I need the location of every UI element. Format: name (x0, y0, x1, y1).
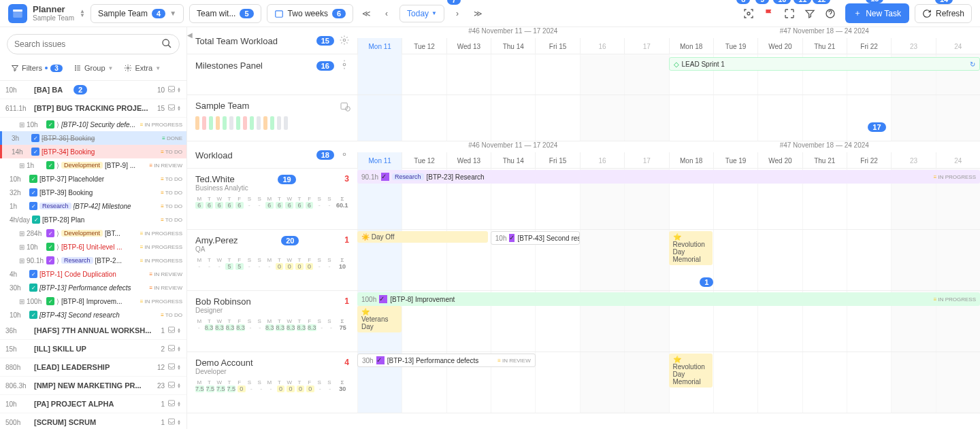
calendar-event[interactable]: ⭐ Veterans Day (357, 306, 402, 332)
date-cell[interactable]: Wed 20 (757, 38, 802, 54)
nav-prev[interactable]: ‹ (379, 6, 394, 21)
date-cell[interactable]: Thu 21 (802, 152, 847, 169)
task-bar[interactable]: 30h ✓ [BTP-13] Performance defects ≡IN R… (357, 354, 536, 367)
date-cell[interactable]: 16 (580, 38, 624, 54)
date-cell[interactable]: Wed 20 (757, 152, 802, 169)
sort-icon[interactable]: ▲▼ (177, 346, 181, 351)
nav-first[interactable]: ≪ (359, 6, 374, 21)
issue-item[interactable]: ⊞ 1h ✓ ⟩ Development [BTP-9] ... ≡IN REV… (0, 158, 186, 172)
extra-chip[interactable]: Extra ▼ (120, 61, 165, 75)
project-item[interactable]: 36h [HAFS] 7TH ANNUAL WORKSH... 1 ▲▼ (0, 322, 186, 340)
date-cell[interactable]: Tue 12 (402, 152, 446, 169)
inbox-icon[interactable] (167, 344, 176, 354)
nav-last[interactable]: ≫ (470, 6, 485, 21)
date-cell[interactable]: 17 (624, 152, 668, 169)
inbox-icon[interactable] (167, 399, 176, 409)
date-cell[interactable]: Thu 14 (491, 152, 535, 169)
new-task-button[interactable]: ＋ New Task (845, 3, 909, 23)
issue-item[interactable]: 30h ✓ [BTP-13] Performance defects ≡IN R… (0, 281, 186, 294)
date-cell[interactable]: Tue 19 (713, 152, 757, 169)
date-cell[interactable]: Thu 14 (491, 38, 535, 54)
team-select[interactable]: Sample Team 4 ▼ (91, 4, 184, 23)
flag-icon[interactable] (760, 4, 779, 23)
date-cell[interactable]: Fri 22 (847, 38, 891, 54)
date-cell[interactable]: Tue 12 (402, 38, 446, 54)
issue-item[interactable]: ⊞ 284h ✓ ⟩ Development [BT... ≡IN PROGRE… (0, 226, 186, 240)
range-select[interactable]: Two weeks 6 (267, 4, 353, 23)
person-name[interactable]: Bob Robinson (195, 296, 344, 307)
issue-item[interactable]: ⊞ 10h ✓ ⟩ [BTP-10] Security defe... ≡IN … (0, 118, 186, 131)
task-bar[interactable]: 10h ✓ [BTP-43] Second research ≡TO DO (491, 231, 580, 245)
date-cell[interactable]: 24 (936, 152, 980, 169)
inbox-icon[interactable] (167, 381, 176, 390)
date-cell[interactable]: Thu 21 (802, 38, 847, 54)
project-item[interactable]: 611.1h [BTP] BUG TRACKING PROJE... 15 ▲▼ (0, 99, 186, 118)
issue-item[interactable]: 14h ✓ [BTP-34] Booking ≡TO DO (0, 145, 186, 158)
refresh-icon[interactable]: ↻ (970, 61, 975, 68)
sort-icon[interactable]: ▲▼ (177, 328, 181, 333)
date-cell[interactable]: 23 (891, 152, 935, 169)
project-item[interactable]: 10h [BA] BA 10 ▲▼ 2 (0, 81, 186, 99)
issue-item[interactable]: 1h ✓ Research [BTP-42] Milestone ≡TO DO (0, 199, 186, 213)
date-cell[interactable]: 23 (891, 38, 935, 54)
calendar-config-icon[interactable] (340, 101, 350, 114)
issue-item[interactable]: 10h ✓ [BTP-37] Placeholder ≡TO DO (0, 172, 186, 186)
group-chip[interactable]: Group ▼ (69, 61, 118, 75)
issue-item[interactable]: ⊞ 90.1h ✓ ⟩ Research [BTP-2... ≡IN PROGR… (0, 254, 186, 267)
date-cell[interactable]: Wed 13 (446, 152, 491, 169)
inbox-icon[interactable] (167, 103, 176, 113)
search-box[interactable] (7, 34, 180, 54)
calendar-event[interactable]: ☀️ Day Off (357, 231, 488, 243)
filter-icon[interactable] (800, 4, 819, 23)
date-cell[interactable]: Mon 11 (357, 38, 402, 54)
date-cell[interactable]: 17 (624, 38, 668, 54)
refresh-button[interactable]: Refresh (915, 4, 972, 23)
inbox-icon[interactable] (167, 417, 176, 427)
issue-list[interactable]: 10h [BA] BA 10 ▲▼ 2 611.1h [BTP] BUG TRA… (0, 81, 186, 429)
inbox-icon[interactable] (167, 326, 176, 335)
date-cell[interactable]: Fri 22 (847, 152, 891, 169)
sort-icon[interactable]: ▲▼ (177, 419, 181, 425)
issue-item[interactable]: 10h ✓ [BTP-43] Second research ≡TO DO (0, 308, 186, 322)
person-name[interactable]: Amy.Perez 20 (195, 235, 344, 245)
calendar-event[interactable]: ⭐ Revolution Day Memorial (669, 231, 713, 265)
date-cell[interactable]: Mon 18 (669, 152, 713, 169)
issue-item[interactable]: ⊞ 10h ✓ ⟩ [BTP-6] Unit-level ... ≡IN PRO… (0, 240, 186, 254)
project-item[interactable]: 806.3h [NMP] NEW MARKETING PR... 23 ▲▼ (0, 377, 186, 395)
project-item[interactable]: 500h [SCRUM] SCRUM 1 ▲▼ (0, 413, 186, 429)
nav-next[interactable]: › (450, 6, 465, 21)
project-item[interactable]: 15h [ILL] SKILL UP 2 ▲▼ (0, 340, 186, 358)
date-cell[interactable]: Mon 11 (357, 152, 402, 169)
scan-icon[interactable] (739, 4, 758, 23)
date-cell[interactable]: Wed 13 (446, 38, 491, 54)
date-cell[interactable]: Fri 15 (535, 152, 579, 169)
sort-icon[interactable]: ▲▼ (177, 383, 181, 388)
person-name[interactable]: Ted.White 19 (195, 174, 344, 184)
issue-item[interactable]: ⊞ 100h ✓ ⟩ [BTP-8] Improvem... ≡IN PROGR… (0, 294, 186, 308)
project-item[interactable]: 10h [PA] PROJECT ALPHA 1 ▲▼ (0, 395, 186, 413)
date-cell[interactable]: 24 (936, 38, 980, 54)
filters-chip[interactable]: Filters 3 (7, 61, 67, 75)
gear-icon[interactable] (340, 60, 349, 71)
task-bar[interactable]: 100h ✓ [BTP-8] Improvement ≡IN PROGRESS (357, 292, 980, 306)
sort-icon[interactable]: ▲▼ (177, 364, 181, 370)
inbox-icon[interactable] (167, 362, 176, 372)
task-bar[interactable]: 90.1h ✓ Research [BTP-23] Research ≡IN P… (357, 170, 980, 184)
issue-item[interactable]: 32h ✓ [BTP-39] Booking ≡TO DO (0, 186, 186, 199)
search-input[interactable] (14, 39, 161, 49)
inbox-icon[interactable] (167, 85, 176, 95)
sort-icon[interactable]: ▲▼ (177, 105, 181, 111)
issue-item[interactable]: 4h ✓ [BTP-1] Code Duplication ≡IN REVIEW (0, 267, 186, 281)
collapse-sidebar-handle[interactable]: ◀ (187, 31, 193, 39)
sort-icon[interactable]: ▲▼ (177, 87, 181, 92)
project-item[interactable]: 880h [LEAD] LEADERSHIP 12 ▲▼ (0, 358, 186, 377)
person-name[interactable]: Demo Account (195, 358, 344, 368)
help-icon[interactable] (821, 4, 840, 23)
calendar-event[interactable]: ⭐ Revolution Day Memorial (669, 354, 713, 388)
date-cell[interactable]: Fri 15 (535, 38, 579, 54)
fullscreen-icon[interactable] (780, 4, 799, 23)
milestone-bar[interactable]: ◇ LEAD Sprint 1 ↻ (669, 57, 981, 71)
sort-icon[interactable]: ▲▼ (177, 401, 181, 407)
date-cell[interactable]: Tue 19 (713, 38, 757, 54)
date-cell[interactable]: 16 (580, 152, 624, 169)
